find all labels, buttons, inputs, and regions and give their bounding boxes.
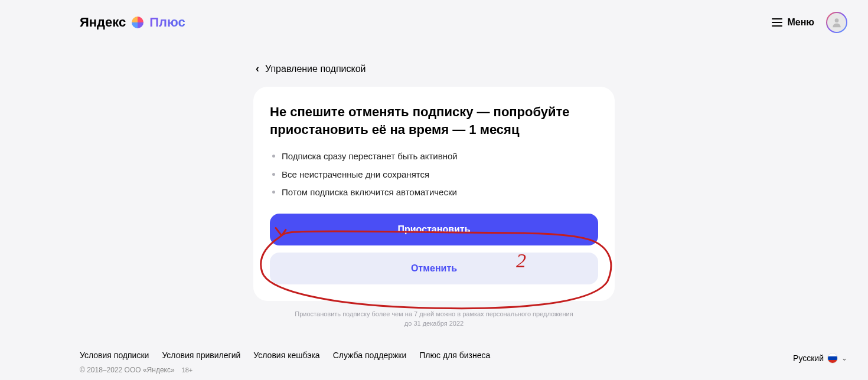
logo[interactable]: Яндекс Плюс (80, 15, 185, 30)
menu-button[interactable]: Меню (772, 17, 814, 28)
breadcrumb-label: Управление подпиской (265, 64, 366, 74)
age-badge: 18+ (182, 366, 193, 374)
chevron-down-icon: ⌄ (841, 354, 847, 362)
page-footer: Условия подписки Условия привилегий Усло… (0, 350, 868, 374)
plus-logo-icon (130, 15, 145, 30)
page-header: Яндекс Плюс Меню (0, 0, 868, 45)
cancel-button[interactable]: Отменить (270, 253, 598, 284)
back-link[interactable]: ‹ Управление подпиской (253, 63, 615, 75)
footer-link-privileges[interactable]: Условия привилегий (162, 350, 240, 360)
logo-plus-text: Плюс (149, 15, 185, 30)
footer-left: Условия подписки Условия привилегий Усло… (80, 350, 490, 374)
copyright-text: © 2018–2022 ООО «Яндекс» (80, 366, 175, 374)
menu-label: Меню (787, 17, 814, 28)
card-title: Не спешите отменять подписку — попробуйт… (270, 103, 598, 138)
footer-note: Приостановить подписку более чем на 7 дн… (253, 309, 615, 329)
footer-link-subscription[interactable]: Условия подписки (80, 350, 149, 360)
feature-item: Подписка сразу перестанет быть активной (270, 150, 598, 163)
footer-copyright-row: © 2018–2022 ООО «Яндекс» 18+ (80, 366, 490, 374)
language-selector[interactable]: Русский ⌄ (793, 353, 847, 363)
avatar[interactable] (826, 12, 847, 33)
note-line1: Приостановить подписку более чем на 7 дн… (253, 309, 615, 319)
chevron-left-icon: ‹ (256, 63, 259, 75)
russian-flag-icon (827, 353, 838, 363)
footer-link-cashback[interactable]: Условия кешбэка (253, 350, 319, 360)
footer-link-business[interactable]: Плюс для бизнеса (419, 350, 490, 360)
features-list: Подписка сразу перестанет быть активной … (270, 150, 598, 199)
svg-point-1 (835, 18, 839, 22)
note-line2: до 31 декабря 2022 (253, 319, 615, 329)
avatar-placeholder-icon (827, 13, 846, 32)
feature-item: Потом подписка включится автоматически (270, 186, 598, 199)
pause-button[interactable]: Приостановить (270, 214, 598, 245)
footer-links: Условия подписки Условия привилегий Усло… (80, 350, 490, 360)
header-right: Меню (772, 12, 847, 33)
logo-yandex-text: Яндекс (80, 15, 126, 30)
feature-item: Все неистраченные дни сохранятся (270, 168, 598, 182)
main-content: ‹ Управление подпиской Не спешите отменя… (253, 63, 615, 329)
footer-link-support[interactable]: Служба поддержки (333, 350, 407, 360)
language-label: Русский (793, 353, 824, 363)
subscription-card: Не спешите отменять подписку — попробуйт… (253, 87, 615, 301)
hamburger-icon (772, 18, 782, 27)
